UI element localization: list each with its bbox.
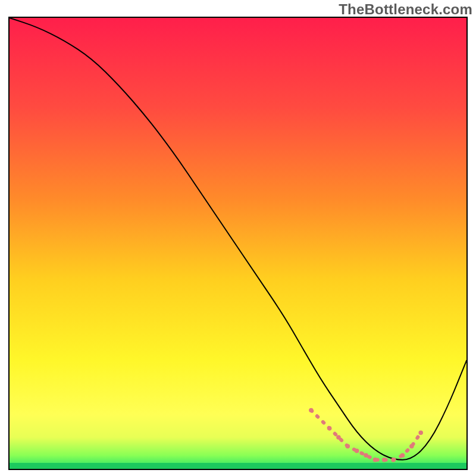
- chart-frame: TheBottleneck.com: [0, 0, 476, 476]
- watermark-text: TheBottleneck.com: [339, 1, 472, 18]
- plot-border: [8, 17, 468, 470]
- plot-area: [8, 17, 468, 470]
